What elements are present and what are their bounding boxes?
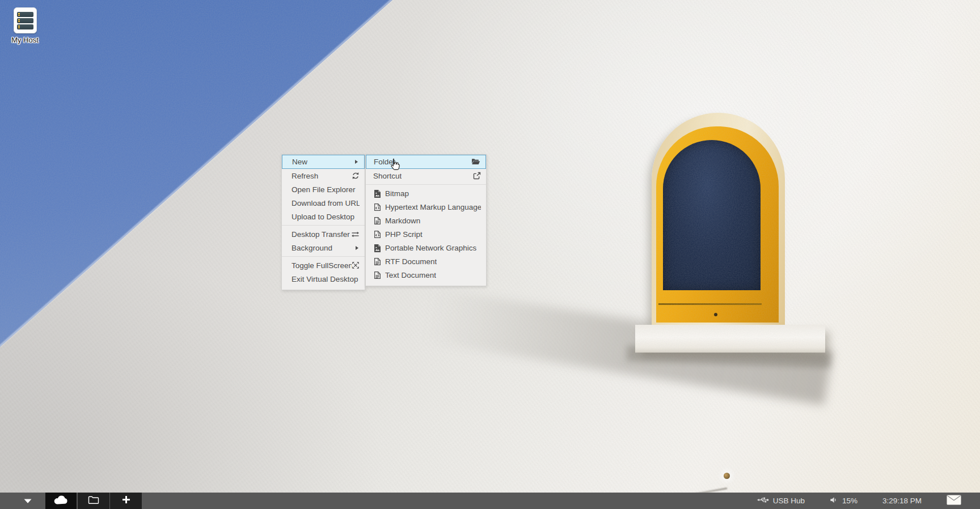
wallpaper-window-ledge [635, 325, 825, 353]
server-bar [17, 24, 33, 29]
desktop-icon-label: My Host [11, 36, 39, 44]
caret-down-icon [23, 496, 32, 506]
menu-item-label: PHP Script [385, 230, 423, 239]
menu-item-label: Open File Explorer [292, 185, 356, 194]
menu-item-label: Markdown [385, 217, 420, 225]
wallpaper-arched-window [652, 113, 785, 325]
virtual-desktop: My Host New Refresh Open File Explorer D… [0, 0, 980, 509]
menu-item-label: Toggle FullScreen [292, 261, 352, 270]
desktop-icon-my-host[interactable]: My Host [7, 7, 43, 45]
submenu-item-html[interactable]: Hypertext Markup Language [366, 200, 486, 214]
menu-separator [366, 184, 486, 185]
plus-icon [122, 495, 130, 506]
menu-item-label: Download from URL [292, 199, 360, 207]
menu-item-exit-virtual-desktop[interactable]: Exit Virtual Desktop [282, 272, 365, 286]
menu-item-label: Hypertext Markup Language [385, 203, 481, 211]
menu-item-label: New [292, 158, 307, 166]
file-lines-icon [373, 257, 382, 266]
file-image-icon [373, 244, 382, 252]
menu-item-open-file-explorer[interactable]: Open File Explorer [282, 183, 365, 196]
menu-item-refresh[interactable]: Refresh [282, 169, 365, 183]
new-submenu: Folder Shortcut Bitmap Hypertext Markup … [365, 154, 487, 286]
folder-icon [88, 495, 99, 507]
tray-clock[interactable]: 3:29:18 PM [882, 497, 922, 505]
window-glass [663, 140, 761, 290]
window-knob [714, 313, 717, 316]
submenu-item-markdown[interactable]: Markdown [366, 214, 486, 227]
system-tray: USB Hub 15% 3:29:18 PM [757, 495, 980, 507]
server-bar [17, 18, 33, 23]
file-lines-icon [373, 217, 382, 225]
volume-icon [830, 496, 838, 506]
menu-separator [282, 225, 365, 226]
window-yellow-frame [656, 126, 779, 323]
file-code-icon [373, 230, 382, 239]
submenu-item-text-document[interactable]: Text Document [366, 268, 486, 282]
taskbar: USB Hub 15% 3:29:18 PM [0, 493, 980, 509]
server-bar [17, 12, 33, 17]
wallpaper-spout [724, 473, 730, 479]
menu-item-label: Text Document [385, 271, 436, 279]
refresh-icon [352, 172, 360, 180]
external-link-icon [473, 172, 481, 180]
menu-item-label: Upload to Desktop [292, 213, 354, 221]
menu-item-new[interactable]: New [282, 155, 365, 169]
exchange-icon [351, 231, 360, 238]
tray-usb[interactable]: USB Hub [757, 496, 805, 506]
submenu-item-folder[interactable]: Folder [366, 155, 486, 169]
folder-open-icon [471, 158, 480, 166]
file-code-icon [373, 203, 382, 211]
submenu-item-bitmap[interactable]: Bitmap [366, 186, 486, 200]
menu-item-download-from-url[interactable]: Download from URL [282, 196, 365, 210]
tray-volume-label: 15% [842, 497, 858, 505]
menu-item-label: RTF Document [385, 257, 437, 266]
caret-right-icon [354, 245, 360, 251]
menu-item-desktop-transfer[interactable]: Desktop Transfer [282, 227, 365, 241]
menu-item-background[interactable]: Background [282, 241, 365, 255]
submenu-item-shortcut[interactable]: Shortcut [366, 169, 486, 183]
submenu-item-rtf-document[interactable]: RTF Document [366, 255, 486, 268]
menu-item-label: Exit Virtual Desktop [292, 275, 358, 283]
cloud-icon [53, 494, 69, 507]
file-lines-icon [373, 271, 382, 279]
submenu-item-php-script[interactable]: PHP Script [366, 227, 486, 241]
taskbar-menu-button[interactable] [20, 493, 35, 509]
caret-right-icon [354, 159, 359, 164]
menu-item-label: Bitmap [385, 189, 409, 198]
menu-item-label: Portable Network Graphics [385, 244, 476, 252]
menu-item-label: Refresh [292, 172, 318, 180]
hand-cursor [388, 157, 403, 176]
desktop-context-menu: New Refresh Open File Explorer Download … [281, 154, 365, 290]
tray-usb-label: USB Hub [773, 497, 805, 505]
menu-item-label: Background [292, 244, 332, 252]
file-image-icon [373, 189, 382, 198]
submenu-item-png[interactable]: Portable Network Graphics [366, 241, 486, 255]
usb-icon [757, 496, 769, 506]
menu-item-label: Desktop Transfer [292, 230, 350, 239]
taskbar-new-button[interactable] [110, 493, 142, 509]
menu-item-toggle-fullscreen[interactable]: Toggle FullScreen [282, 258, 365, 272]
taskbar-app-file-manager[interactable] [78, 493, 109, 509]
menu-item-upload-to-desktop[interactable]: Upload to Desktop [282, 210, 365, 223]
tray-volume[interactable]: 15% [830, 496, 858, 506]
expand-arrows-icon [352, 261, 360, 269]
menu-separator [282, 256, 365, 257]
taskbar-app-cloud[interactable] [45, 493, 77, 509]
envelope-icon[interactable] [947, 495, 961, 507]
window-frame-line [658, 303, 762, 305]
server-icon [14, 7, 37, 33]
